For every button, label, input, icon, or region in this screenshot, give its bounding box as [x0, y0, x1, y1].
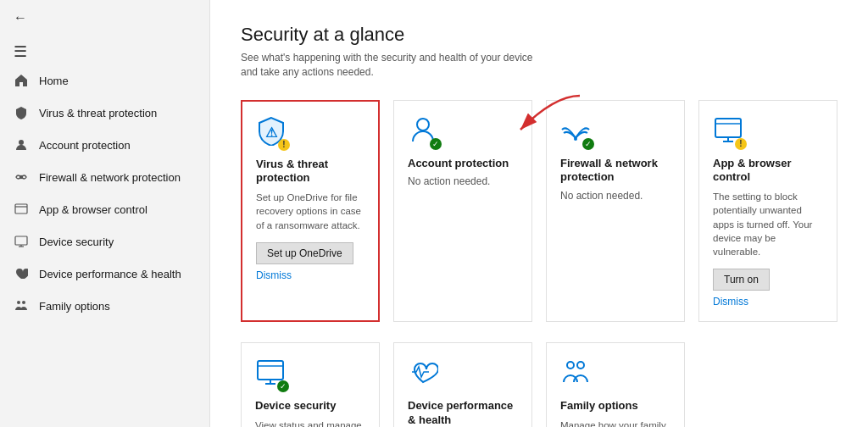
- family-card-desc: Manage how your family uses their device…: [560, 419, 670, 427]
- firewall-card[interactable]: ✓ Firewall & network protection No actio…: [546, 100, 685, 322]
- device-sec-title: Device security: [255, 399, 365, 413]
- firewall-card-icon-area: ✓: [560, 114, 591, 148]
- person-icon: [14, 137, 29, 152]
- svg-point-7: [17, 301, 20, 304]
- svg-rect-2: [15, 204, 27, 214]
- account-card-status: No action needed.: [408, 175, 518, 187]
- network-icon: [14, 169, 29, 185]
- sidebar-label-app: App & browser control: [39, 203, 147, 216]
- turn-on-button[interactable]: Turn on: [713, 269, 770, 291]
- sidebar-label-device-perf: Device performance & health: [39, 268, 181, 280]
- device-sec-desc: View status and manage hardware security…: [255, 419, 365, 427]
- svg-text:⚠: ⚠: [265, 125, 278, 140]
- device-security-card[interactable]: ✓ Device security View status and manage…: [241, 342, 380, 427]
- svg-point-1: [20, 176, 23, 179]
- virus-card-title: Virus & threat protection: [256, 158, 364, 186]
- svg-point-21: [567, 362, 574, 369]
- sidebar-label-account: Account protection: [39, 139, 131, 152]
- app-browser-card[interactable]: ! App & browser control The setting to b…: [698, 100, 837, 322]
- family-options-card[interactable]: Family options Manage how your family us…: [546, 342, 685, 427]
- browser-icon: [14, 202, 29, 217]
- bottom-cards-grid: ✓ Device security View status and manage…: [241, 342, 837, 427]
- monitor-icon: [14, 234, 29, 249]
- device-sec-check-badge: ✓: [277, 380, 289, 392]
- svg-point-12: [574, 137, 577, 141]
- account-card-icon-area: ✓: [408, 114, 438, 148]
- page-title: Security at a glance: [241, 24, 837, 46]
- page-subtitle: See what's happening with the security a…: [241, 51, 837, 80]
- device-perf-card[interactable]: Device performance & health No action ne…: [393, 342, 532, 427]
- account-check-badge: ✓: [430, 138, 442, 150]
- svg-rect-4: [15, 236, 27, 245]
- setup-onedrive-button[interactable]: Set up OneDrive: [256, 242, 353, 264]
- svg-point-11: [417, 119, 429, 130]
- sidebar-item-family[interactable]: Family options: [0, 290, 209, 322]
- home-icon: [14, 73, 29, 88]
- virus-card-icon-area: ⚠ !: [256, 115, 287, 149]
- sidebar-item-device-security[interactable]: Device security: [0, 225, 209, 258]
- account-protection-card[interactable]: ✓ Account protection No action needed.: [393, 100, 532, 322]
- sidebar-label-device-security: Device security: [39, 236, 114, 248]
- firewall-check-badge: ✓: [582, 138, 594, 150]
- heart-monitor-icon: [408, 357, 438, 387]
- sidebar-item-virus[interactable]: Virus & threat protection: [0, 97, 209, 129]
- sidebar-nav: Home Virus & threat protection Account p…: [0, 64, 209, 427]
- sidebar-label-home: Home: [39, 75, 69, 87]
- firewall-card-title: Firewall & network protection: [560, 157, 670, 186]
- svg-point-22: [577, 362, 584, 369]
- svg-rect-13: [715, 119, 741, 137]
- virus-dismiss-link[interactable]: Dismiss: [256, 269, 364, 281]
- firewall-card-status: No action needed.: [560, 190, 670, 202]
- virus-card-desc: Set up OneDrive for file recovery option…: [256, 191, 364, 231]
- shield-icon: [14, 105, 29, 120]
- top-cards-grid: ⚠ ! Virus & threat protection Set up One…: [241, 100, 837, 322]
- sidebar-label-family: Family options: [39, 300, 110, 313]
- svg-point-8: [22, 301, 25, 304]
- back-button[interactable]: ←: [14, 10, 27, 25]
- device-perf-icon-area: [408, 357, 438, 391]
- family-card-title: Family options: [560, 399, 670, 413]
- family-icon: [14, 298, 29, 313]
- app-dismiss-link[interactable]: Dismiss: [713, 296, 823, 308]
- hamburger-menu[interactable]: ☰: [0, 42, 209, 61]
- app-card-icon-area: !: [713, 114, 743, 148]
- empty-bottom-card: [698, 342, 837, 427]
- heart-icon: [14, 266, 29, 281]
- people-icon: [560, 357, 591, 387]
- warning-badge: !: [278, 139, 290, 151]
- sidebar-top: ←: [0, 0, 209, 36]
- main-content: Security at a glance See what's happenin…: [210, 0, 868, 427]
- app-card-desc: The setting to block potentially unwante…: [713, 190, 823, 258]
- sidebar-item-firewall[interactable]: Firewall & network protection: [0, 161, 209, 193]
- sidebar-item-device-perf[interactable]: Device performance & health: [0, 258, 209, 290]
- sidebar-label-firewall: Firewall & network protection: [39, 171, 181, 184]
- app-warn-badge: !: [735, 138, 747, 150]
- account-card-title: Account protection: [408, 157, 518, 171]
- virus-threat-card[interactable]: ⚠ ! Virus & threat protection Set up One…: [241, 100, 380, 322]
- sidebar-item-home[interactable]: Home: [0, 64, 209, 97]
- device-perf-title: Device performance & health: [408, 399, 518, 427]
- sidebar: ← ☰ Home Virus & threat protection Accou…: [0, 0, 210, 427]
- app-card-title: App & browser control: [713, 157, 823, 186]
- device-security-icon-area: ✓: [255, 357, 286, 391]
- svg-point-0: [19, 140, 24, 145]
- sidebar-item-app[interactable]: App & browser control: [0, 193, 209, 225]
- sidebar-label-virus: Virus & threat protection: [39, 107, 157, 119]
- family-card-icon-area: [560, 357, 591, 391]
- svg-rect-17: [258, 361, 283, 380]
- sidebar-item-account[interactable]: Account protection: [0, 129, 209, 161]
